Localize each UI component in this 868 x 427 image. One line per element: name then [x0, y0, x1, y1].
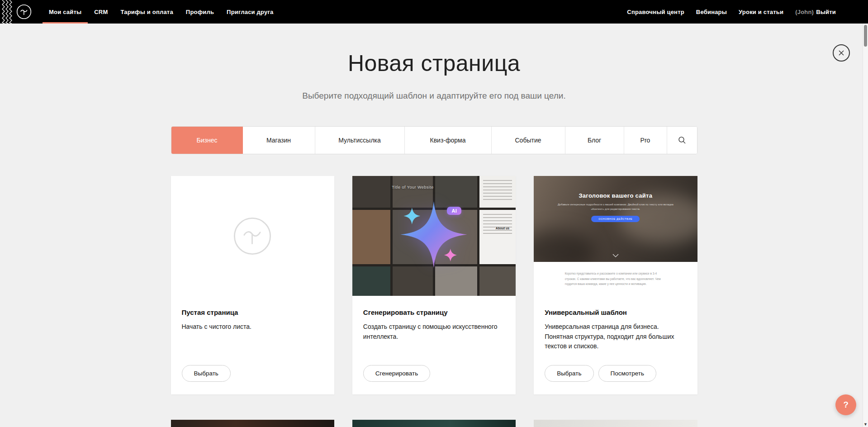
nav-item-my-sites[interactable]: Мои сайты — [43, 0, 88, 24]
ai-badge: AI — [447, 207, 461, 215]
card-universal-preview-button[interactable]: Посмотреть — [598, 365, 656, 382]
preview-site-subtitle: Добавьте интересные подробности о вашей … — [554, 202, 678, 211]
tab-multilink[interactable]: Мультиссылка — [315, 127, 405, 154]
card-actions: Сгенерировать — [363, 365, 505, 382]
card-title: Пустая страница — [182, 308, 323, 316]
next-template-row — [171, 420, 697, 427]
nav-item-help-center[interactable]: Справочный центр — [621, 0, 690, 24]
ai-sparkle-icon — [395, 196, 472, 273]
nav-item-webinars[interactable]: Вебинары — [690, 0, 733, 24]
preview-text-section: Коротко представьтесь и расскажите о ком… — [534, 262, 697, 296]
search-icon — [678, 136, 686, 144]
close-button[interactable] — [833, 44, 850, 62]
blank-preview[interactable] — [171, 176, 334, 296]
tilda-logo-icon — [16, 4, 32, 19]
template-card-partial[interactable] — [171, 420, 334, 427]
tab-quiz-form[interactable]: Квиз-форма — [405, 127, 492, 154]
card-title: Универсальный шаблон — [545, 308, 686, 316]
nav-item-lessons[interactable]: Уроки и статьи — [733, 0, 789, 24]
template-card-universal[interactable]: Заголовок вашего сайта Добавьте интересн… — [534, 176, 697, 394]
vertical-scrollbar[interactable]: ▼ — [863, 24, 868, 427]
preview-cta-button: Основное действие — [591, 216, 640, 222]
card-generate-button[interactable]: Сгенерировать — [363, 365, 430, 382]
card-universal-choose-button[interactable]: Выбрать — [545, 365, 593, 382]
nav-item-pricing[interactable]: Тарифы и оплата — [114, 0, 179, 24]
tilda-logo[interactable] — [16, 0, 32, 24]
page-title: Новая страница — [0, 50, 868, 76]
top-navbar: Мои сайты CRM Тарифы и оплата Профиль Пр… — [0, 0, 868, 24]
card-actions: Выбрать Посмотреть — [545, 365, 686, 382]
preview-hero-section: Заголовок вашего сайта Добавьте интересн… — [534, 176, 697, 262]
collage-site-title: Title of Your Website — [352, 185, 473, 190]
card-body: Пустая страница Начать с чистого листа. … — [171, 296, 334, 394]
tab-pro[interactable]: Pro — [624, 127, 667, 154]
tab-business[interactable]: Бизнес — [171, 127, 243, 154]
new-page-modal: Новая страница Выберите подходящий шабло… — [0, 24, 868, 427]
nav-item-profile[interactable]: Профиль — [180, 0, 220, 24]
template-card-partial[interactable] — [352, 420, 516, 427]
nav-item-crm[interactable]: CRM — [88, 0, 114, 24]
card-body: Сгенерировать страницу Создать страницу … — [352, 296, 516, 394]
card-actions: Выбрать — [182, 365, 323, 382]
template-card-partial[interactable] — [534, 420, 697, 427]
chevron-down-icon — [612, 251, 619, 259]
card-description: Начать с чистого листа. — [182, 322, 323, 332]
card-body: Универсальный шаблон Универсальная стран… — [534, 296, 697, 394]
tilda-watermark-icon — [232, 216, 272, 256]
logout-link[interactable]: (John) Выйти — [789, 0, 842, 24]
template-card-blank[interactable]: Пустая страница Начать с чистого листа. … — [171, 176, 334, 394]
photo-shadow — [534, 230, 595, 262]
tab-search[interactable] — [667, 127, 697, 154]
secondary-nav: Справочный центр Вебинары Уроки и статьи… — [621, 0, 842, 24]
scrollbar-down-arrow[interactable]: ▼ — [863, 422, 868, 427]
user-name: (John) — [795, 9, 814, 15]
card-blank-choose-button[interactable]: Выбрать — [182, 365, 231, 382]
main-nav: Мои сайты CRM Тарифы и оплата Профиль Пр… — [43, 0, 280, 24]
tab-blog[interactable]: Блог — [565, 127, 624, 154]
tab-event[interactable]: Событие — [492, 127, 565, 154]
close-icon — [838, 50, 844, 56]
card-description: Создать страницу с помощью искусственног… — [363, 322, 505, 342]
ai-preview[interactable]: Title of Your Website About us AI — [352, 176, 516, 296]
scrollbar-thumb[interactable] — [864, 25, 867, 47]
template-cards-grid: Пустая страница Начать с чистого листа. … — [171, 176, 697, 394]
logout-label: Выйти — [816, 9, 836, 15]
preview-site-title: Заголовок вашего сайта — [534, 192, 697, 199]
tab-shop[interactable]: Магазин — [243, 127, 315, 154]
nav-item-invite-friend[interactable]: Пригласи друга — [220, 0, 280, 24]
collage-about-label: About us — [496, 227, 509, 230]
template-category-tabs: Бизнес Магазин Мультиссылка Квиз-форма С… — [171, 126, 697, 154]
card-description: Универсальная страница для бизнеса. Поня… — [545, 322, 686, 351]
page-subtitle: Выберите подходящий шаблон и адаптируйте… — [0, 91, 868, 101]
universal-preview[interactable]: Заголовок вашего сайта Добавьте интересн… — [534, 176, 697, 296]
help-button[interactable]: ? — [835, 394, 856, 415]
card-title: Сгенерировать страницу — [363, 308, 505, 316]
preview-body-text: Коротко представьтесь и расскажите о ком… — [565, 271, 666, 286]
template-card-generate[interactable]: Title of Your Website About us AI — [352, 176, 516, 394]
zigzag-pattern-icon — [0, 0, 14, 24]
